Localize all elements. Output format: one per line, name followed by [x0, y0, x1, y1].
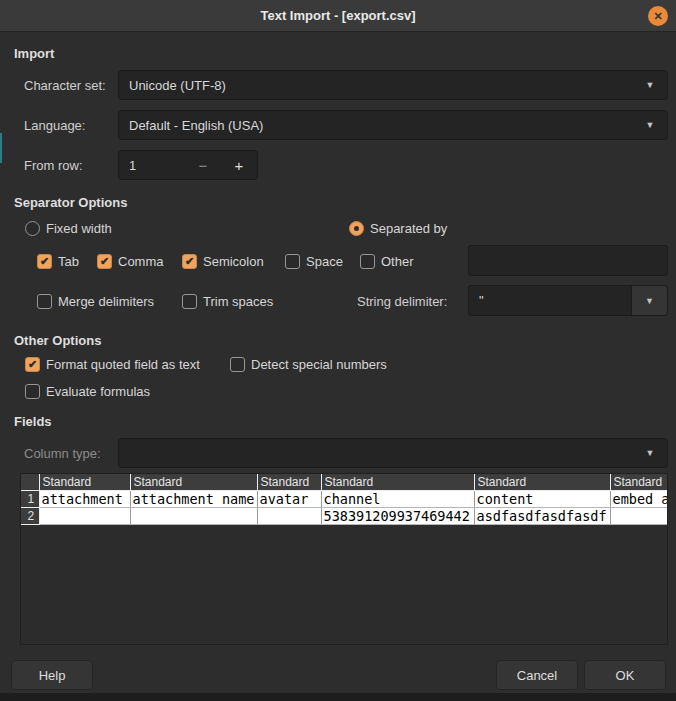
other-label: Other — [381, 254, 414, 269]
character-set-label: Character set: — [24, 78, 106, 93]
table-corner — [21, 474, 39, 490]
format-quoted-label: Format quoted field as text — [46, 357, 200, 372]
table-cell[interactable] — [610, 507, 667, 524]
table-cell[interactable]: 538391209937469442 — [321, 507, 474, 524]
decrement-button[interactable]: − — [185, 151, 221, 179]
help-button[interactable]: Help — [11, 660, 93, 690]
fields-section-header: Fields — [14, 414, 52, 429]
row-number[interactable]: 1 — [21, 490, 39, 507]
from-row-value: 1 — [119, 158, 185, 173]
checkbox-icon: ✔ — [25, 357, 40, 372]
semicolon-label: Semicolon — [203, 254, 264, 269]
table-cell[interactable]: embed_a — [610, 490, 667, 507]
evaluate-formulas-label: Evaluate formulas — [46, 384, 150, 399]
semicolon-checkbox[interactable]: ✔ Semicolon — [182, 253, 264, 269]
checkbox-icon: ✔ — [230, 357, 245, 372]
radio-icon — [349, 221, 364, 236]
string-delimiter-combobox[interactable]: " ▼ — [468, 285, 668, 316]
space-label: Space — [306, 254, 343, 269]
table-cell[interactable] — [257, 507, 321, 524]
table-row: 1attachmentattachment_nameavatarchannelc… — [21, 490, 667, 507]
other-options-header: Other Options — [14, 333, 101, 348]
checkbox-icon: ✔ — [25, 384, 40, 399]
screen-edge-accent — [0, 133, 2, 163]
fixed-width-label: Fixed width — [46, 221, 112, 236]
checkbox-icon: ✔ — [182, 294, 197, 309]
separated-by-label: Separated by — [370, 221, 447, 236]
column-type-label: Column type: — [24, 446, 101, 461]
chevron-down-icon: ▼ — [633, 448, 667, 458]
tab-checkbox[interactable]: ✔ Tab — [37, 253, 79, 269]
format-quoted-checkbox[interactable]: ✔ Format quoted field as text — [25, 356, 200, 372]
cancel-button[interactable]: Cancel — [496, 660, 578, 690]
table-row: 2538391209937469442asdfasdfasdfasdf — [21, 507, 667, 524]
character-set-value: Unicode (UTF-8) — [119, 78, 633, 93]
checkbox-icon: ✔ — [97, 254, 112, 269]
bottom-strip — [0, 693, 676, 701]
radio-icon — [25, 221, 40, 236]
ok-button[interactable]: OK — [584, 660, 666, 690]
table-cell[interactable]: asdfasdfasdfasdf — [474, 507, 610, 524]
column-type-header[interactable]: Standard — [39, 474, 130, 490]
row-number[interactable]: 2 — [21, 507, 39, 524]
chevron-down-icon: ▼ — [633, 80, 667, 90]
string-delimiter-value: " — [469, 293, 631, 308]
import-section-header: Import — [14, 46, 54, 61]
separated-by-radio[interactable]: Separated by — [349, 220, 447, 236]
chevron-down-icon: ▼ — [633, 120, 667, 130]
separator-options-header: Separator Options — [14, 195, 127, 210]
table-cell[interactable]: attachment — [39, 490, 130, 507]
table-cell[interactable]: attachment_name — [130, 490, 257, 507]
close-icon[interactable]: ✕ — [648, 6, 668, 26]
language-dropdown[interactable]: Default - English (USA) ▼ — [118, 110, 668, 140]
other-checkbox[interactable]: ✔ Other — [360, 253, 414, 269]
string-delimiter-label: String delimiter: — [357, 294, 447, 309]
character-set-dropdown[interactable]: Unicode (UTF-8) ▼ — [118, 70, 668, 100]
csv-preview-table[interactable]: StandardStandardStandardStandardStandard… — [21, 474, 668, 525]
checkbox-icon: ✔ — [285, 254, 300, 269]
tab-label: Tab — [58, 254, 79, 269]
from-row-label: From row: — [24, 158, 83, 173]
merge-delimiters-checkbox[interactable]: ✔ Merge delimiters — [37, 293, 154, 309]
table-cell[interactable]: avatar — [257, 490, 321, 507]
checkbox-icon: ✔ — [37, 254, 52, 269]
title-bar: Text Import - [export.csv] ✕ — [0, 0, 676, 32]
checkbox-icon: ✔ — [37, 294, 52, 309]
comma-checkbox[interactable]: ✔ Comma — [97, 253, 164, 269]
column-type-header[interactable]: Standard — [257, 474, 321, 490]
chevron-down-icon[interactable]: ▼ — [631, 286, 667, 315]
fixed-width-radio[interactable]: Fixed width — [25, 220, 112, 236]
language-value: Default - English (USA) — [119, 118, 633, 133]
column-type-dropdown[interactable]: ▼ — [118, 438, 668, 468]
trim-spaces-checkbox[interactable]: ✔ Trim spaces — [182, 293, 273, 309]
detect-special-numbers-label: Detect special numbers — [251, 357, 387, 372]
trim-spaces-label: Trim spaces — [203, 294, 273, 309]
checkbox-icon: ✔ — [182, 254, 197, 269]
column-type-header[interactable]: Standard — [321, 474, 474, 490]
table-cell[interactable] — [39, 507, 130, 524]
table-cell[interactable]: channel — [321, 490, 474, 507]
increment-button[interactable]: + — [221, 151, 257, 179]
checkbox-icon: ✔ — [360, 254, 375, 269]
comma-label: Comma — [118, 254, 164, 269]
evaluate-formulas-checkbox[interactable]: ✔ Evaluate formulas — [25, 383, 150, 399]
merge-delimiters-label: Merge delimiters — [58, 294, 154, 309]
detect-special-numbers-checkbox[interactable]: ✔ Detect special numbers — [230, 356, 387, 372]
window-title: Text Import - [export.csv] — [260, 8, 415, 23]
table-cell[interactable]: content — [474, 490, 610, 507]
table-cell[interactable] — [130, 507, 257, 524]
from-row-spinner[interactable]: 1 − + — [118, 150, 258, 180]
preview-grid[interactable]: StandardStandardStandardStandardStandard… — [20, 473, 668, 645]
space-checkbox[interactable]: ✔ Space — [285, 253, 343, 269]
column-type-header[interactable]: Standard — [610, 474, 667, 490]
language-label: Language: — [24, 118, 85, 133]
other-separator-input[interactable] — [468, 245, 668, 276]
column-type-header[interactable]: Standard — [130, 474, 257, 490]
column-type-header[interactable]: Standard — [474, 474, 610, 490]
